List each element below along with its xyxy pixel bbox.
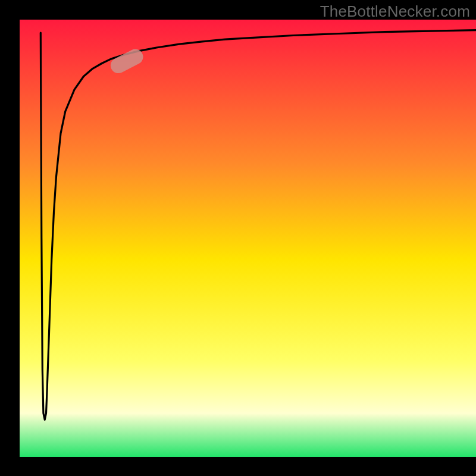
bottleneck-chart [0, 0, 476, 476]
watermark-text: TheBottleNecker.com [320, 2, 470, 21]
plot-gradient-background [20, 20, 476, 457]
